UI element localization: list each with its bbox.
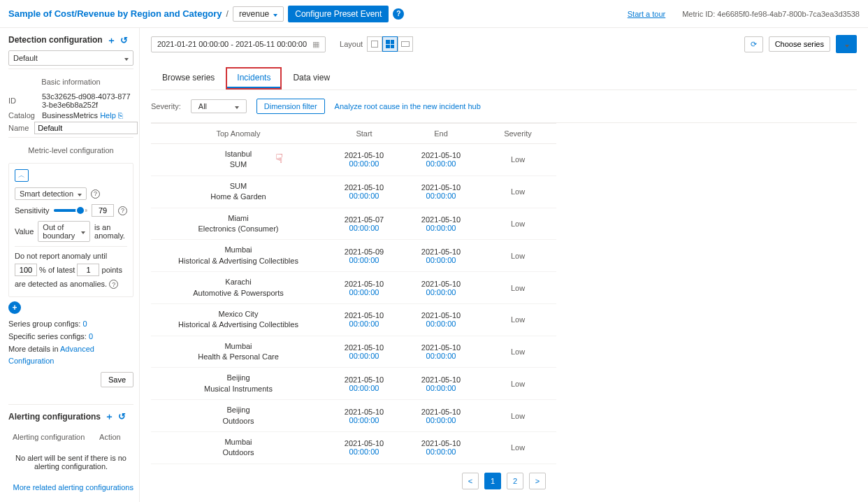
threshold-sentence: Do not report anomaly until % of latest … <box>15 250 127 291</box>
alerting-header: Alerting configurations ＋ ↺ <box>8 412 133 422</box>
detection-method-select[interactable]: Smart detection <box>15 187 87 200</box>
more-alerting-link[interactable]: More related alerting configurations <box>8 483 133 492</box>
collapse-icon[interactable]: ︿ <box>15 169 29 182</box>
history-icon[interactable]: ↺ <box>120 36 128 45</box>
layout-single[interactable] <box>367 36 382 52</box>
main-tabs: Browse series Incidents Data view <box>151 67 857 90</box>
col-end: End <box>403 124 479 144</box>
page-title[interactable]: Sample of Cost/Revenue by Region and Cat… <box>8 8 222 19</box>
anomaly-suffix: is an anomaly. <box>94 223 127 240</box>
tab-browse-series[interactable]: Browse series <box>151 67 226 89</box>
date-range-value: 2021-01-21 00:00:00 - 2021-05-11 00:00:0… <box>157 40 307 48</box>
add-alert-icon[interactable]: ＋ <box>105 412 114 421</box>
metric-id: Metric ID: 4e6685f0-fe98-4ab7-800b-7ca3e… <box>682 10 860 18</box>
calendar-icon: ▦ <box>312 40 319 49</box>
alert-col-config: Alerting configuration <box>10 429 95 445</box>
config-select-value: Default <box>13 54 38 62</box>
table-row[interactable]: IstanbulSUM 2021-05-1000:00:00 2021-05-1… <box>151 144 556 176</box>
refresh-button[interactable]: ⟳ <box>744 36 763 52</box>
page-2[interactable]: 2 <box>507 473 523 489</box>
table-row[interactable]: KarachiAutomotive & Powersports 2021-05-… <box>151 272 556 304</box>
page-prev[interactable]: < <box>462 473 479 489</box>
config-select[interactable]: Default <box>8 50 133 66</box>
table-row[interactable]: Mexico CityHistorical & Advertising Coll… <box>151 303 556 336</box>
page-1[interactable]: 1 <box>484 473 501 489</box>
detection-config-title: Detection configuration <box>8 35 103 45</box>
no-alert-message: No alert will be sent if there is no ale… <box>10 447 132 478</box>
col-top-anomaly: Top Anomaly <box>151 124 326 144</box>
help-icon[interactable]: ? <box>393 8 404 20</box>
table-row[interactable]: MiamiElectronics (Consumer) 2021-05-0700… <box>151 208 556 240</box>
points-input[interactable] <box>77 264 99 276</box>
alert-col-action: Action <box>96 429 132 445</box>
header-left: Sample of Cost/Revenue by Region and Cat… <box>8 6 404 22</box>
layout-grid[interactable] <box>382 36 398 52</box>
incidents-table: Top Anomaly Start End Severity IstanbulS… <box>151 123 556 464</box>
name-row: Name <box>8 122 133 134</box>
sidebar: Detection configuration ＋ ↺ Default Basi… <box>0 28 140 502</box>
col-start: Start <box>326 124 403 144</box>
severity-label: Severity: <box>151 102 181 110</box>
metric-dropdown-label: revenue <box>239 9 269 19</box>
add-config-icon[interactable]: ＋ <box>107 36 116 45</box>
save-button[interactable]: Save <box>101 372 133 387</box>
help-icon[interactable]: ? <box>109 280 118 289</box>
table-row[interactable]: SUMHome & Garden 2021-05-1000:00:00 2021… <box>151 175 556 208</box>
metric-config-header: Metric-level configuration <box>8 141 133 159</box>
header-right: Start a tour Metric ID: 4e6685f0-fe98-4a… <box>628 10 860 18</box>
add-button[interactable]: + <box>8 301 21 314</box>
page-next[interactable]: > <box>529 473 546 489</box>
breadcrumb-separator: / <box>226 9 229 19</box>
table-row[interactable]: MumbaiHealth & Personal Care 2021-05-100… <box>151 336 556 368</box>
tab-data-view[interactable]: Data view <box>282 67 341 89</box>
table-row[interactable]: BeijingOutdoors 2021-05-1000:00:00 2021-… <box>151 400 556 432</box>
start-tour-link[interactable]: Start a tour <box>628 10 665 18</box>
catalog-row: CatalogBusinessMetrics Help ⎘ <box>8 111 133 120</box>
content: 2021-01-21 00:00:00 - 2021-05-11 00:00:0… <box>140 28 868 502</box>
link-icon: ⎘ <box>118 111 123 120</box>
table-row[interactable]: BeijingMusical Instruments 2021-05-1000:… <box>151 368 556 400</box>
alerting-title: Alerting configurations <box>8 412 101 422</box>
sensitivity-label: Sensitivity <box>15 206 50 215</box>
page-header: Sample of Cost/Revenue by Region and Cat… <box>0 0 868 28</box>
id-row: ID53c32625-d908-4073-8773-be3e6b8a252f <box>8 92 133 109</box>
tab-incidents[interactable]: Incidents <box>227 69 280 88</box>
alert-table: Alerting configurationAction No alert wi… <box>8 427 133 479</box>
help-icon[interactable]: ? <box>91 189 100 199</box>
help-icon[interactable]: ? <box>118 206 127 215</box>
main: Detection configuration ＋ ↺ Default Basi… <box>0 28 868 502</box>
pagination: < 1 2 > <box>151 464 857 498</box>
value-label: Value <box>15 227 34 236</box>
col-severity: Severity <box>479 124 556 144</box>
help-link[interactable]: Help <box>100 111 116 120</box>
name-input[interactable] <box>34 122 138 134</box>
analyze-root-cause-link[interactable]: Analyze root cause in the new incident h… <box>335 102 481 110</box>
history-icon[interactable]: ↺ <box>118 412 126 421</box>
severity-select[interactable]: All <box>191 99 247 113</box>
specific-series-link[interactable]: 0 <box>89 332 93 340</box>
layout-label: Layout <box>340 40 363 48</box>
series-group-link[interactable]: 0 <box>82 320 87 328</box>
boundary-select[interactable]: Out of boundary <box>38 221 90 242</box>
table-row[interactable]: MumbaiOutdoors 2021-05-1000:00:00 2021-0… <box>151 432 556 464</box>
percent-input[interactable] <box>15 264 37 276</box>
dimension-filter-button[interactable]: Dimension filter <box>256 99 325 114</box>
layout-wide[interactable] <box>398 36 413 52</box>
choose-series-button[interactable]: Choose series <box>769 36 830 52</box>
tab-incidents-highlight: Incidents <box>226 67 282 89</box>
date-range-picker[interactable]: 2021-01-21 00:00:00 - 2021-05-11 00:00:0… <box>151 36 326 52</box>
sensitivity-input[interactable] <box>92 204 114 217</box>
metric-dropdown[interactable]: revenue <box>233 6 284 22</box>
incidents-table-wrap: Top Anomaly Start End Severity IstanbulS… <box>151 123 857 464</box>
config-summary: Series group configs: 0 Specific series … <box>8 318 133 367</box>
expand-button[interactable] <box>836 35 857 53</box>
metric-config-box: ︿ Smart detection ? Sensitivity ? Value … <box>8 163 133 297</box>
detection-config-header: Detection configuration ＋ ↺ <box>8 35 133 45</box>
configure-preset-button[interactable]: Configure Preset Event <box>288 6 389 22</box>
sensitivity-slider[interactable] <box>54 209 87 212</box>
basic-info-header: Basic information <box>8 72 133 90</box>
toolbar: 2021-01-21 00:00:00 - 2021-05-11 00:00:0… <box>151 35 857 53</box>
filters-row: Severity: All Dimension filter Analyze r… <box>151 90 857 123</box>
layout-control: Layout <box>340 36 413 52</box>
table-row[interactable]: MumbaiHistorical & Advertising Collectib… <box>151 240 556 272</box>
